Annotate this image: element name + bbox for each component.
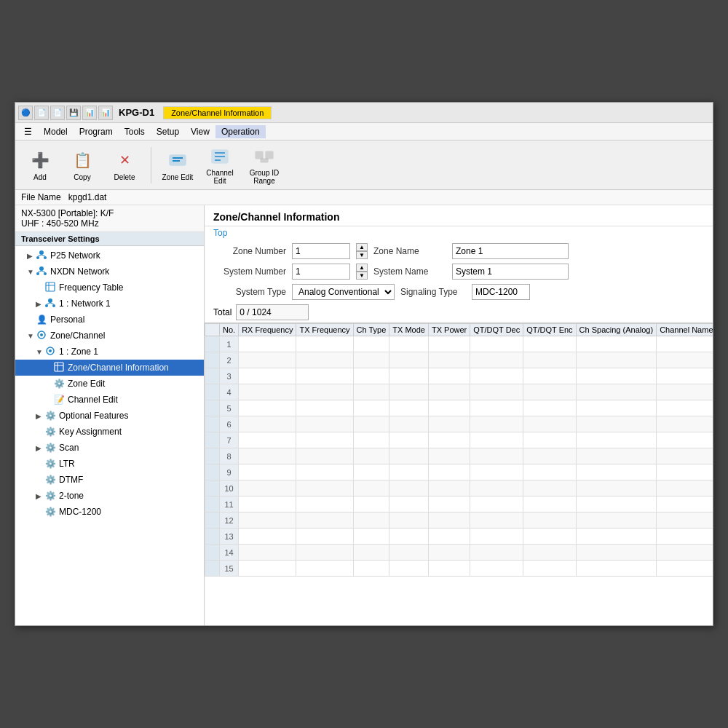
tx-power-cell[interactable] xyxy=(428,416,470,432)
rx-freq-cell[interactable] xyxy=(239,432,296,448)
ch-name-cell[interactable] xyxy=(657,384,713,400)
tx-freq-cell[interactable] xyxy=(296,480,353,496)
menu-view[interactable]: View xyxy=(185,125,215,138)
table-row[interactable]: 6 xyxy=(205,416,713,432)
ch-name-cell[interactable] xyxy=(657,432,713,448)
ch-type-cell[interactable] xyxy=(353,496,389,513)
tx-power-cell[interactable] xyxy=(428,368,470,384)
tx-mode-cell[interactable] xyxy=(389,448,429,464)
table-row[interactable]: 7 xyxy=(205,432,713,448)
rx-freq-cell[interactable] xyxy=(239,384,296,400)
sidebar-item-network1[interactable]: ▶ 1 : Network 1 xyxy=(15,296,204,312)
qt-dec-cell[interactable] xyxy=(470,529,523,545)
system-number-down[interactable]: ▼ xyxy=(356,272,368,280)
qt-dec-cell[interactable] xyxy=(470,352,523,368)
sidebar-item-zone-channel[interactable]: ▼ Zone/Channel xyxy=(15,328,204,344)
ch-spacing-cell[interactable] xyxy=(576,464,657,480)
qt-dec-cell[interactable] xyxy=(470,368,523,384)
table-row[interactable]: 4 xyxy=(205,384,713,400)
sidebar-item-key-assignment[interactable]: ▶ ⚙️ Key Assignment xyxy=(15,424,204,440)
qt-dec-cell[interactable] xyxy=(470,480,523,496)
ch-type-cell[interactable] xyxy=(353,480,389,496)
menu-setup[interactable]: Setup xyxy=(151,125,185,138)
copy-button[interactable]: 📋 Copy xyxy=(63,145,101,186)
qt-enc-cell[interactable] xyxy=(523,480,576,496)
channel-edit-button[interactable]: Channel Edit xyxy=(201,145,239,186)
ch-spacing-cell[interactable] xyxy=(576,352,657,368)
menu-program[interactable]: Program xyxy=(74,125,119,138)
qt-enc-cell[interactable] xyxy=(523,464,576,480)
tx-freq-cell[interactable] xyxy=(296,561,353,577)
tx-freq-cell[interactable] xyxy=(296,464,353,480)
qt-enc-cell[interactable] xyxy=(523,561,576,577)
sidebar-item-p25[interactable]: ▶ P25 Network xyxy=(15,248,204,264)
tx-power-cell[interactable] xyxy=(428,545,470,561)
tx-freq-cell[interactable] xyxy=(296,448,353,464)
menu-operation[interactable]: Operation xyxy=(215,125,266,138)
zone-number-up[interactable]: ▲ xyxy=(356,243,368,251)
table-row[interactable]: 11 xyxy=(205,496,713,513)
qt-enc-cell[interactable] xyxy=(523,368,576,384)
system-type-select[interactable]: Analog Conventional xyxy=(292,284,395,300)
ch-spacing-cell[interactable] xyxy=(576,416,657,432)
sidebar-item-dtmf[interactable]: ▶ ⚙️ DTMF xyxy=(15,472,204,488)
tx-mode-cell[interactable] xyxy=(389,416,429,432)
qt-enc-cell[interactable] xyxy=(523,448,576,464)
sidebar-item-2tone[interactable]: ▶ ⚙️ 2-tone xyxy=(15,488,204,504)
qt-dec-cell[interactable] xyxy=(470,416,523,432)
qt-enc-cell[interactable] xyxy=(523,336,576,352)
rx-freq-cell[interactable] xyxy=(239,416,296,432)
qt-enc-cell[interactable] xyxy=(523,432,576,448)
system-name-input[interactable] xyxy=(452,264,569,280)
ch-name-cell[interactable] xyxy=(657,529,713,545)
qt-dec-cell[interactable] xyxy=(470,496,523,513)
qt-dec-cell[interactable] xyxy=(470,336,523,352)
sidebar-item-optional[interactable]: ▶ ⚙️ Optional Features xyxy=(15,408,204,424)
delete-button[interactable]: ✕ Delete xyxy=(106,145,143,186)
zone-number-input[interactable] xyxy=(292,243,350,259)
add-button[interactable]: ➕ Add xyxy=(21,145,59,186)
tx-power-cell[interactable] xyxy=(428,496,470,513)
ch-type-cell[interactable] xyxy=(353,400,389,416)
ch-spacing-cell[interactable] xyxy=(576,561,657,577)
tx-mode-cell[interactable] xyxy=(389,545,429,561)
zone-number-down[interactable]: ▼ xyxy=(356,251,368,259)
qt-dec-cell[interactable] xyxy=(470,464,523,480)
tx-freq-cell[interactable] xyxy=(296,384,353,400)
ch-type-cell[interactable] xyxy=(353,448,389,464)
ch-type-cell[interactable] xyxy=(353,352,389,368)
zone-edit-button[interactable]: Zone Edit xyxy=(159,145,197,186)
ch-name-cell[interactable] xyxy=(657,480,713,496)
tx-power-cell[interactable] xyxy=(428,352,470,368)
tx-mode-cell[interactable] xyxy=(389,464,429,480)
rx-freq-cell[interactable] xyxy=(239,448,296,464)
tx-power-cell[interactable] xyxy=(428,480,470,496)
tx-power-cell[interactable] xyxy=(428,400,470,416)
ch-spacing-cell[interactable] xyxy=(576,432,657,448)
tx-mode-cell[interactable] xyxy=(389,384,429,400)
qt-dec-cell[interactable] xyxy=(470,384,523,400)
ch-name-cell[interactable] xyxy=(657,368,713,384)
tx-freq-cell[interactable] xyxy=(296,352,353,368)
table-row[interactable]: 1 xyxy=(205,336,713,352)
ch-type-cell[interactable] xyxy=(353,432,389,448)
ch-spacing-cell[interactable] xyxy=(576,448,657,464)
sidebar-item-freq-table[interactable]: ▶ Frequency Table xyxy=(15,280,204,296)
qt-dec-cell[interactable] xyxy=(470,400,523,416)
sidebar-item-mdc1200[interactable]: ▶ ⚙️ MDC-1200 xyxy=(15,504,204,520)
tx-mode-cell[interactable] xyxy=(389,496,429,513)
rx-freq-cell[interactable] xyxy=(239,480,296,496)
ch-name-cell[interactable] xyxy=(657,561,713,577)
ch-name-cell[interactable] xyxy=(657,416,713,432)
ch-name-cell[interactable] xyxy=(657,545,713,561)
sidebar-item-scan[interactable]: ▶ ⚙️ Scan xyxy=(15,440,204,456)
ch-type-cell[interactable] xyxy=(353,416,389,432)
tx-mode-cell[interactable] xyxy=(389,336,429,352)
tx-freq-cell[interactable] xyxy=(296,496,353,513)
tx-freq-cell[interactable] xyxy=(296,336,353,352)
sidebar-item-personal[interactable]: ▶ 👤 Personal xyxy=(15,312,204,328)
table-row[interactable]: 12 xyxy=(205,513,713,529)
system-number-up[interactable]: ▲ xyxy=(356,264,368,272)
tx-freq-cell[interactable] xyxy=(296,513,353,529)
ch-spacing-cell[interactable] xyxy=(576,545,657,561)
